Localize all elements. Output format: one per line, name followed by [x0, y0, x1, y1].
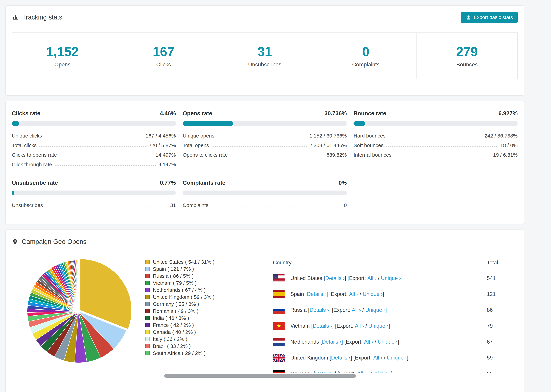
rate-panel-clicks-rate: Clicks rate 4.46% Unique clicks 167 / 4.…: [12, 110, 176, 169]
total-cell: 55: [487, 371, 518, 373]
details-link[interactable]: Details ›: [322, 339, 341, 345]
geo-pie-chart: [12, 255, 145, 368]
legend-label: South Africa ( 29 / 2% ): [153, 350, 205, 356]
rate-stat-value: 689.82%: [326, 152, 347, 158]
export-all-link[interactable]: All ›: [364, 339, 373, 345]
details-link[interactable]: Details ›: [325, 275, 345, 281]
details-link[interactable]: Details ›: [307, 291, 326, 297]
legend-color-swatch: [145, 344, 150, 348]
country-name: Russia: [290, 307, 307, 313]
export-unique-link[interactable]: Unique ›: [365, 307, 385, 313]
rate-panel-bounce-rate: Bounce rate 6.927% Hard bounces 242 / 86…: [353, 110, 518, 169]
legend-label: Russia ( 86 / 5% ): [153, 273, 194, 279]
export-all-link[interactable]: All ›: [357, 371, 366, 373]
dotted-leader: [386, 146, 498, 147]
rate-stat-label: Unique clicks: [12, 133, 42, 139]
country-name: Spain: [290, 291, 304, 297]
tracking-stats-panel: Tracking stats Export basic stats 1,152 …: [6, 6, 524, 96]
stat-card-complaints: 0 Complaints: [315, 33, 417, 79]
legend-item-spain: Spain ( 121 / 7% ): [145, 266, 270, 273]
export-label: [Export:: [335, 323, 353, 329]
table-row-germany: Germany [ Details › ] [Export: All › / U…: [270, 366, 518, 373]
rate-progress-bar: [353, 121, 518, 126]
campaign-geo-opens-title: Campaign Geo Opens: [12, 238, 518, 245]
rate-stat-value: 167 / 4.456%: [146, 133, 176, 139]
rate-stat-label: Opens to clicks rate: [183, 152, 228, 158]
stat-card-value: 279: [456, 44, 478, 59]
total-cell: 121: [487, 291, 518, 297]
country-name: Vietnam: [290, 323, 310, 329]
dotted-leader: [59, 156, 154, 156]
export-unique-link[interactable]: Unique ›: [381, 275, 401, 281]
legend-label: India ( 46 / 3% ): [153, 315, 189, 321]
rate-progress-bar: [183, 190, 347, 195]
legend-label: Vietnam ( 79 / 5% ): [153, 280, 197, 286]
rate-progress-fill: [183, 121, 233, 126]
horizontal-scrollbar-thumb[interactable]: [164, 374, 356, 378]
page-title: Tracking stats: [22, 14, 62, 21]
rate-stat-value: 242 / 86.738%: [485, 133, 518, 139]
legend-item-south-africa: South Africa ( 29 / 2% ): [145, 350, 270, 357]
flag-de-icon: [273, 370, 285, 373]
total-column-header: Total: [487, 260, 518, 266]
table-row-russia: Russia [ Details › ] [Export: All › / Un…: [270, 302, 518, 318]
rate-stat-label: Internal bounces: [353, 152, 391, 158]
flag-es-icon: [273, 290, 285, 298]
export-all-link[interactable]: All ›: [355, 323, 364, 329]
table-row-united-states: United States [ Details › ] [Export: All…: [270, 270, 518, 286]
rate-stat-label: Total clicks: [12, 142, 37, 148]
export-unique-link[interactable]: Unique ›: [371, 371, 391, 373]
country-cell: United Kingdom [ Details › ] [Export: Al…: [273, 354, 487, 362]
rate-stat-label: Clicks to opens rate: [12, 152, 57, 158]
dotted-leader: [388, 137, 482, 137]
dotted-leader: [44, 137, 144, 137]
legend-color-swatch: [145, 281, 150, 285]
country-cell: United States [ Details › ] [Export: All…: [273, 274, 487, 282]
legend-label: Netherlands ( 67 / 4% ): [153, 287, 205, 293]
legend-color-swatch: [145, 323, 150, 327]
stat-card-label: Clicks: [156, 61, 171, 68]
details-link[interactable]: Details ›: [310, 307, 329, 313]
rate-stat-label: Soft bounces: [353, 142, 383, 148]
country-cell: Netherlands [ Details › ] [Export: All ›…: [273, 338, 487, 346]
details-link[interactable]: Details ›: [331, 355, 351, 361]
rate-stat-value: 31: [170, 202, 176, 208]
export-unique-link[interactable]: Unique ›: [363, 291, 383, 297]
campaign-geo-opens-panel: Campaign Geo Opens United States ( 541 /…: [6, 229, 524, 392]
stat-card-label: Bounces: [456, 61, 478, 68]
rate-stat-label: Click through rate: [12, 162, 52, 168]
legend-item-italy: Italy ( 36 / 2% ): [145, 336, 270, 343]
rate-title: Bounce rate: [353, 110, 386, 117]
rate-title: Complaints rate: [183, 180, 225, 186]
dotted-leader: [54, 165, 156, 166]
rate-value: 4.46%: [160, 110, 176, 117]
rate-stat-row: Unsubscribes 31: [12, 200, 176, 210]
rate-panel-unsubscribe-rate: Unsubscribe rate 0.77% Unsubscribes 31: [12, 180, 176, 210]
export-all-link[interactable]: All ›: [367, 275, 376, 281]
export-unique-link[interactable]: Unique ›: [378, 339, 398, 345]
legend-label: Italy ( 36 / 2% ): [153, 336, 187, 342]
rate-stat-value: 0: [344, 202, 347, 208]
export-all-link[interactable]: All ›: [373, 355, 382, 361]
export-unique-link[interactable]: Unique ›: [387, 355, 407, 361]
stat-card-clicks: 167 Clicks: [113, 33, 214, 79]
details-link[interactable]: Details ›: [313, 323, 332, 329]
export-basic-stats-button[interactable]: Export basic stats: [461, 12, 518, 23]
country-cell: Vietnam [ Details › ] [Export: All › / U…: [273, 322, 487, 330]
export-label: [Export:: [338, 371, 356, 373]
country-name: United Kingdom: [290, 355, 328, 361]
legend-item-united-states: United States ( 541 / 31% ): [145, 259, 270, 266]
country-name: United States: [290, 275, 322, 281]
details-link[interactable]: Details ›: [315, 371, 335, 373]
geo-table: Country Total United States [ Details › …: [270, 255, 518, 373]
legend-item-brazil: Brazil ( 33 / 2% ): [145, 343, 270, 350]
legend-item-germany: Germany ( 55 / 3% ): [145, 301, 270, 308]
export-unique-link[interactable]: Unique ›: [368, 323, 389, 329]
export-all-link[interactable]: All ›: [352, 307, 361, 313]
table-row-spain: Spain [ Details › ] [Export: All › / Uni…: [270, 286, 518, 302]
export-all-link[interactable]: All ›: [349, 291, 358, 297]
rate-progress-fill: [353, 121, 365, 126]
export-label: [Export:: [344, 339, 363, 345]
rate-stat-row: Hard bounces 242 / 86.738%: [353, 131, 518, 140]
bar-chart-icon: [12, 14, 19, 21]
